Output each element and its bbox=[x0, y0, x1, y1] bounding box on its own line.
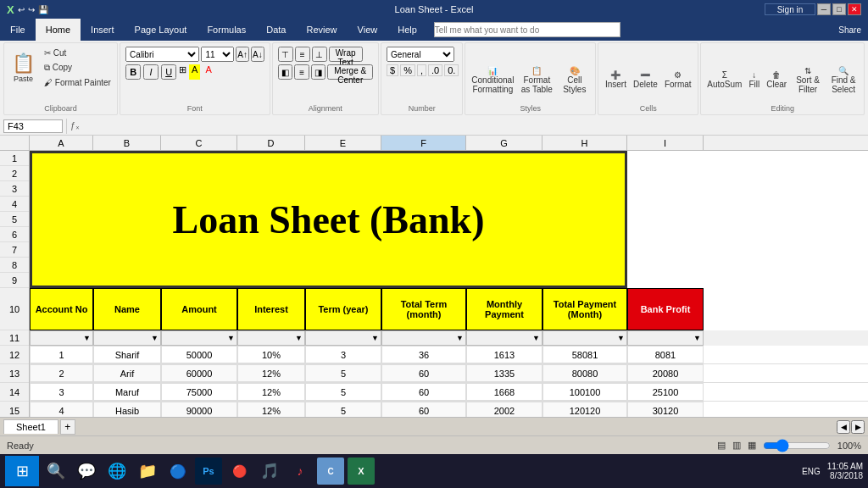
filter-h[interactable]: ▼ bbox=[542, 330, 627, 346]
insert-button[interactable]: ➕Insert bbox=[603, 68, 629, 92]
sheet-title-cell[interactable]: Loan Sheet (Bank) bbox=[30, 151, 627, 288]
col-header-a[interactable]: A bbox=[30, 136, 93, 150]
cell-account-no[interactable]: 4 bbox=[30, 402, 93, 417]
sheet-tab-sheet1[interactable]: Sheet1 bbox=[3, 419, 58, 434]
cell-total-term[interactable]: 36 bbox=[381, 346, 466, 363]
taskbar-music-icon[interactable]: 🎵 bbox=[256, 458, 283, 485]
cell-monthly-payment[interactable]: 1668 bbox=[466, 383, 542, 401]
cell-term[interactable]: 5 bbox=[305, 364, 381, 382]
cell-name[interactable]: Hasib bbox=[93, 402, 161, 417]
comma-button[interactable]: , bbox=[417, 64, 426, 76]
taskbar-chrome-icon[interactable]: 🔵 bbox=[164, 458, 192, 485]
taskbar-cortana-icon[interactable]: 💬 bbox=[73, 458, 100, 485]
decrease-font-button[interactable]: A↓ bbox=[251, 47, 264, 62]
start-button[interactable]: ⊞ bbox=[5, 456, 39, 486]
font-size-select[interactable]: 11 bbox=[201, 47, 234, 62]
cell-account-no[interactable]: 3 bbox=[30, 383, 93, 401]
col-header-f[interactable]: F bbox=[381, 136, 466, 150]
autosum-button[interactable]: ΣAutoSum bbox=[704, 68, 744, 92]
format-painter-button[interactable]: 🖌 Format Painter bbox=[41, 76, 114, 89]
cell-term[interactable]: 5 bbox=[305, 402, 381, 417]
tab-data[interactable]: Data bbox=[256, 19, 296, 41]
cell-monthly-payment[interactable]: 1335 bbox=[466, 364, 542, 382]
cell-amount[interactable]: 60000 bbox=[161, 364, 237, 382]
copy-button[interactable]: ⧉ Copy bbox=[41, 61, 114, 75]
cell-term[interactable]: 3 bbox=[305, 346, 381, 363]
taskbar-search-icon[interactable]: 🔍 bbox=[42, 458, 70, 485]
underline-button[interactable]: U bbox=[161, 64, 176, 80]
currency-button[interactable]: $ bbox=[387, 64, 398, 76]
minimize-button[interactable]: ─ bbox=[817, 3, 831, 15]
cell-interest[interactable]: 12% bbox=[237, 383, 305, 401]
cell-total-payment[interactable]: 100100 bbox=[542, 383, 627, 401]
zoom-slider[interactable] bbox=[763, 439, 831, 452]
cell-bank-profit[interactable]: 25100 bbox=[627, 383, 704, 401]
number-format-select[interactable]: General bbox=[387, 47, 454, 62]
col-header-b[interactable]: B bbox=[93, 136, 161, 150]
scroll-right-button[interactable]: ▶ bbox=[851, 420, 865, 434]
format-button[interactable]: ⚙Format bbox=[662, 68, 694, 92]
cell-total-term[interactable]: 60 bbox=[381, 402, 466, 417]
tab-insert[interactable]: Insert bbox=[81, 19, 125, 41]
cell-total-term[interactable]: 60 bbox=[381, 383, 466, 401]
cell-amount[interactable]: 75000 bbox=[161, 383, 237, 401]
taskbar-edge-icon[interactable]: 🌐 bbox=[103, 458, 131, 485]
tab-home[interactable]: Home bbox=[36, 19, 81, 41]
conditional-formatting-button[interactable]: 📊Conditional Formatting bbox=[470, 64, 516, 97]
col-header-d[interactable]: D bbox=[237, 136, 305, 150]
cell-amount[interactable]: 90000 bbox=[161, 402, 237, 417]
sort-filter-button[interactable]: ⇅Sort & Filter bbox=[791, 64, 825, 97]
font-color-button[interactable]: A bbox=[203, 64, 214, 80]
tab-page-layout[interactable]: Page Layout bbox=[125, 19, 198, 41]
cell-account-no[interactable]: 2 bbox=[30, 364, 93, 382]
quick-access-save[interactable]: 💾 bbox=[38, 5, 48, 14]
view-layout-button[interactable]: ▥ bbox=[732, 440, 741, 451]
filter-c[interactable]: ▼ bbox=[161, 330, 237, 346]
bold-button[interactable]: B bbox=[125, 64, 141, 80]
col-header-g[interactable]: G bbox=[466, 136, 542, 150]
tab-view[interactable]: View bbox=[348, 19, 388, 41]
clear-button[interactable]: 🗑Clear bbox=[764, 68, 789, 92]
paste-button[interactable]: 📋Paste bbox=[9, 50, 37, 86]
cut-button[interactable]: ✂ Cut bbox=[41, 47, 114, 59]
cell-name[interactable]: Maruf bbox=[93, 383, 161, 401]
cell-bank-profit[interactable]: 8081 bbox=[627, 346, 704, 363]
cell-term[interactable]: 5 bbox=[305, 383, 381, 401]
wrap-text-button[interactable]: Wrap Text bbox=[329, 47, 363, 62]
fill-color-button[interactable]: A bbox=[189, 64, 200, 80]
taskbar-excel-icon[interactable]: X bbox=[348, 458, 375, 485]
cell-total-term[interactable]: 60 bbox=[381, 364, 466, 382]
col-header-h[interactable]: H bbox=[542, 136, 627, 150]
quick-access-redo[interactable]: ↪ bbox=[28, 5, 35, 14]
scroll-left-button[interactable]: ◀ bbox=[837, 420, 850, 434]
cell-name[interactable]: Sharif bbox=[93, 346, 161, 363]
percent-button[interactable]: % bbox=[400, 64, 415, 76]
filter-d[interactable]: ▼ bbox=[237, 330, 305, 346]
taskbar-itunes-icon[interactable]: ♪ bbox=[287, 458, 314, 485]
col-header-e[interactable]: E bbox=[305, 136, 381, 150]
cell-interest[interactable]: 12% bbox=[237, 402, 305, 417]
filter-e[interactable]: ▼ bbox=[305, 330, 381, 346]
find-select-button[interactable]: 🔍Find & Select bbox=[826, 64, 860, 97]
cell-total-payment[interactable]: 80080 bbox=[542, 364, 627, 382]
maximize-button[interactable]: □ bbox=[832, 3, 846, 15]
cell-name[interactable]: Arif bbox=[93, 364, 161, 382]
cell-monthly-payment[interactable]: 2002 bbox=[466, 402, 542, 417]
view-page-break-button[interactable]: ▦ bbox=[748, 440, 756, 451]
font-name-select[interactable]: Calibri bbox=[125, 47, 199, 62]
filter-i[interactable]: ▼ bbox=[627, 330, 704, 346]
formula-input[interactable] bbox=[83, 121, 865, 131]
cell-bank-profit[interactable]: 30120 bbox=[627, 402, 704, 417]
filter-f[interactable]: ▼ bbox=[381, 330, 466, 346]
taskbar-cpp-icon[interactable]: C bbox=[317, 458, 344, 485]
border-button[interactable]: ⊞ bbox=[179, 64, 186, 80]
view-normal-button[interactable]: ▤ bbox=[717, 440, 726, 451]
signin-button[interactable]: Sign in bbox=[765, 3, 815, 15]
format-as-table-button[interactable]: 📋Format as Table bbox=[518, 64, 556, 97]
close-button[interactable]: ✕ bbox=[848, 3, 861, 15]
italic-button[interactable]: I bbox=[143, 64, 159, 80]
tab-formulas[interactable]: Formulas bbox=[197, 19, 256, 41]
align-bottom-button[interactable]: ⊥ bbox=[312, 47, 327, 62]
cell-total-payment[interactable]: 120120 bbox=[542, 402, 627, 417]
merge-center-button[interactable]: Merge & Center bbox=[327, 64, 373, 80]
